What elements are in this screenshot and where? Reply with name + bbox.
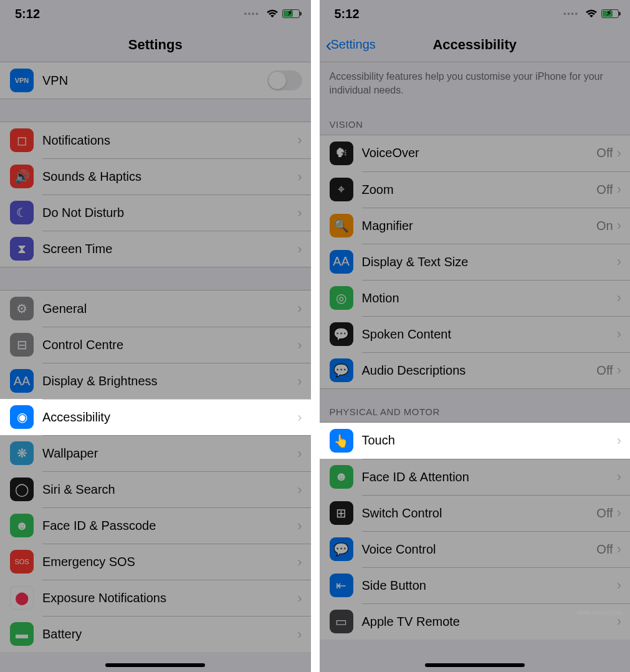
row-label: Audio Descriptions [362, 363, 597, 378]
chevron-right-icon: › [617, 577, 621, 593]
row-detail: Off [596, 363, 613, 378]
row-do-not-disturb[interactable]: ☾Do Not Disturb› [0, 194, 311, 231]
row-detail: Off [596, 506, 613, 521]
voiceover-icon: 🗣 [330, 142, 353, 165]
wifi-icon [585, 7, 598, 21]
row-label: Battery [42, 627, 297, 641]
spoken-content-icon: 💬 [330, 322, 353, 346]
row-label: Face ID & Attention [362, 470, 617, 484]
chevron-right-icon: › [617, 326, 621, 342]
row-label: Touch [362, 433, 617, 448]
audio-descriptions-icon: 💬 [330, 358, 353, 382]
side-button-icon: ⇤ [330, 574, 353, 597]
row-label: VoiceOver [362, 146, 597, 160]
home-indicator[interactable] [105, 663, 205, 667]
row-display-brightness[interactable]: AADisplay & Brightness› [0, 363, 311, 399]
exposure-notifications-icon: ⬤ [10, 586, 34, 610]
chevron-right-icon: › [617, 145, 621, 161]
chevron-right-icon: › [297, 241, 302, 257]
switch-control-icon: ⊞ [330, 501, 353, 525]
row-voiceover[interactable]: 🗣VoiceOverOff› [320, 135, 631, 171]
row-label: Switch Control [362, 506, 597, 521]
status-time: 5:12 [335, 7, 360, 21]
battery-icon: ⚡︎ [282, 9, 300, 18]
row-control-centre[interactable]: ⊟Control Centre› [0, 327, 311, 363]
face-id-passcode-icon: ☻ [10, 514, 34, 537]
row-general[interactable]: ⚙︎General› [0, 290, 311, 327]
row-exposure-notifications[interactable]: ⬤Exposure Notifications› [0, 580, 311, 616]
row-motion[interactable]: ◎Motion› [320, 280, 631, 316]
face-id-attention-icon: ☻ [330, 465, 353, 489]
row-siri-search[interactable]: ◯Siri & Search› [0, 471, 311, 507]
row-voice-control[interactable]: 💬Voice ControlOff› [320, 531, 631, 567]
vpn-icon: VPN [10, 69, 34, 92]
row-magnifier[interactable]: 🔍MagnifierOn› [320, 208, 631, 244]
battery-icon: ▬ [10, 622, 34, 646]
row-vpn[interactable]: VPN VPN [0, 62, 311, 98]
vpn-toggle[interactable] [267, 70, 302, 90]
chevron-right-icon: › [297, 300, 302, 317]
chevron-right-icon: › [617, 433, 621, 449]
motion-icon: ◎ [330, 286, 353, 310]
row-audio-descriptions[interactable]: 💬Audio DescriptionsOff› [320, 352, 631, 388]
row-label: Accessibility [42, 410, 297, 425]
row-wallpaper[interactable]: ❋Wallpaper› [0, 435, 311, 471]
back-button[interactable]: ‹ Settings [326, 36, 376, 54]
chevron-right-icon: › [617, 290, 621, 306]
cellular-dots-icon: •••• [563, 9, 579, 18]
chevron-right-icon: › [297, 446, 302, 462]
nav-bar: Settings [0, 27, 311, 62]
row-label: Control Centre [42, 338, 297, 352]
row-label: Do Not Disturb [42, 206, 297, 220]
status-bar: 5:12 •••• ⚡︎ [0, 0, 311, 27]
accessibility-screen: 5:12 •••• ⚡︎ ‹ Settings Accessibility Ac… [320, 0, 631, 672]
section-description: Accessibility features help you customis… [320, 62, 631, 102]
row-zoom[interactable]: ⌖ZoomOff› [320, 171, 631, 208]
row-screen-time[interactable]: ⧗Screen Time› [0, 231, 311, 267]
display-brightness-icon: AA [10, 369, 34, 393]
back-label: Settings [331, 37, 376, 52]
row-notifications[interactable]: ◻︎Notifications› [0, 122, 311, 158]
status-bar: 5:12 •••• ⚡︎ [320, 0, 631, 27]
chevron-right-icon: › [297, 373, 302, 390]
row-face-id-passcode[interactable]: ☻Face ID & Passcode› [0, 507, 311, 544]
row-detail: Off [596, 183, 613, 197]
row-accessibility[interactable]: ◉Accessibility› [0, 399, 311, 435]
accessibility-icon: ◉ [10, 405, 34, 429]
wifi-icon [266, 7, 279, 21]
row-detail: On [596, 219, 613, 233]
section-header-vision: VISION [320, 102, 631, 135]
control-centre-icon: ⊟ [10, 333, 34, 357]
sounds-haptics-icon: 🔊 [10, 165, 34, 188]
chevron-right-icon: › [617, 505, 621, 521]
row-label: Spoken Content [362, 327, 617, 342]
page-title: Accessibility [432, 37, 517, 53]
row-label: Siri & Search [42, 482, 297, 497]
touch-icon: 👆 [330, 429, 353, 453]
row-detail: Off [596, 146, 613, 160]
row-display-text-size[interactable]: AADisplay & Text Size› [320, 244, 631, 280]
row-spoken-content[interactable]: 💬Spoken Content› [320, 316, 631, 352]
row-emergency-sos[interactable]: SOSEmergency SOS› [0, 544, 311, 580]
watermark: www.deuaq.com [577, 609, 623, 616]
voice-control-icon: 💬 [330, 537, 353, 561]
row-sounds-haptics[interactable]: 🔊Sounds & Haptics› [0, 158, 311, 194]
siri-search-icon: ◯ [10, 478, 34, 501]
row-side-button[interactable]: ⇤Side Button› [320, 567, 631, 603]
row-battery[interactable]: ▬Battery› [0, 616, 311, 652]
row-label: Display & Text Size [362, 255, 617, 269]
chevron-right-icon: › [297, 169, 302, 185]
row-switch-control[interactable]: ⊞Switch ControlOff› [320, 495, 631, 531]
row-label: Side Button [362, 578, 617, 593]
chevron-right-icon: › [297, 410, 302, 426]
chevron-right-icon: › [297, 554, 302, 570]
home-indicator[interactable] [425, 663, 525, 667]
wallpaper-icon: ❋ [10, 441, 34, 465]
row-face-id-attention[interactable]: ☻Face ID & Attention› [320, 459, 631, 495]
battery-icon: ⚡︎ [601, 9, 619, 18]
row-touch[interactable]: 👆Touch› [320, 423, 631, 459]
chevron-right-icon: › [297, 482, 302, 498]
row-label: Display & Brightness [42, 374, 297, 388]
page-title: Settings [128, 37, 183, 53]
row-label: Apple TV Remote [362, 615, 617, 629]
